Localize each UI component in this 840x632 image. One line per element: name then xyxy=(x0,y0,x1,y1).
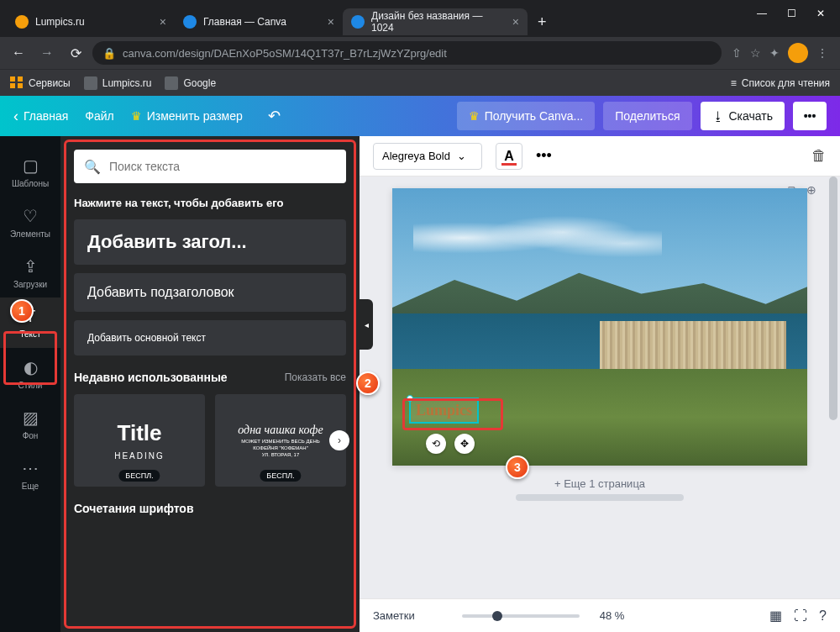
bookmark-google[interactable]: Google xyxy=(165,76,216,90)
styles-icon: ◐ xyxy=(24,357,38,377)
extension-icon[interactable]: ✦ xyxy=(769,46,780,60)
scrollbar-thumb[interactable] xyxy=(829,176,837,420)
background-icon: ▨ xyxy=(23,408,39,428)
instruction-text: Нажмите на текст, чтобы добавить его xyxy=(74,197,346,209)
tab-canva-design[interactable]: Дизайн без названия — 1024 × xyxy=(343,8,528,35)
toolbar-more-button[interactable]: ••• xyxy=(536,147,552,165)
rotate-handle[interactable]: ⟲ xyxy=(426,434,446,454)
vertical-scrollbar[interactable] xyxy=(827,176,840,583)
bookmark-lumpics[interactable]: Lumpics.ru xyxy=(84,76,152,90)
tab-title: Дизайн без названия — 1024 xyxy=(371,10,506,34)
resize-menu[interactable]: ♛Изменить размер xyxy=(131,109,243,123)
new-tab-button[interactable]: + xyxy=(528,13,557,31)
lock-icon: 🔒 xyxy=(102,47,116,60)
recent-title: Недавно использованные xyxy=(74,371,228,384)
horizontal-scrollbar[interactable] xyxy=(516,494,684,501)
move-handle[interactable]: ✥ xyxy=(454,434,475,454)
sidebar-background[interactable]: ▨Фон xyxy=(0,398,60,449)
notes-button[interactable]: Заметки xyxy=(373,609,415,622)
design-canvas[interactable]: Lumpics ⟲ ✥ xyxy=(392,188,807,466)
download-icon: ⭳ xyxy=(712,109,724,123)
sidebar-styles[interactable]: ◐Стили xyxy=(0,348,60,398)
bottom-bar: Заметки 48 % ▦ ⛶ ? xyxy=(360,598,840,632)
reading-list[interactable]: ≡ Список для чтения xyxy=(731,77,830,89)
delete-button[interactable]: 🗑 xyxy=(811,147,827,165)
zoom-slider[interactable] xyxy=(462,614,580,618)
fullscreen-icon[interactable]: ⛶ xyxy=(794,608,807,624)
add-page-icon[interactable]: ⊕ xyxy=(806,183,816,198)
add-page-button[interactable]: + Еще 1 страница xyxy=(554,477,645,490)
text-color-button[interactable]: A xyxy=(496,143,522,170)
add-body-button[interactable]: Добавить основной текст xyxy=(74,320,346,356)
sidebar-templates[interactable]: ▢Шаблоны xyxy=(0,146,60,197)
text-template-2[interactable]: одна чашка кофе МОЖЕТ ИЗМЕНИТЬ ВЕСЬ ДЕНЬ… xyxy=(215,394,346,487)
background-image xyxy=(392,188,807,466)
share-button[interactable]: Поделиться xyxy=(603,102,691,130)
tab-title: Lumpics.ru xyxy=(35,16,85,28)
forward-button[interactable]: → xyxy=(35,41,59,65)
url-input[interactable]: 🔒 canva.com/design/DAEnXoP5oSM/14Q1T37r_… xyxy=(92,41,722,65)
home-link[interactable]: ‹Главная xyxy=(13,108,68,125)
bookmark-icon[interactable]: ☆ xyxy=(750,46,761,60)
templates-icon: ▢ xyxy=(23,155,39,176)
tab-favicon xyxy=(183,15,197,29)
sidebar-more[interactable]: ⋯Еще xyxy=(0,449,60,499)
tab-title: Главная — Canva xyxy=(203,16,286,28)
zoom-percent: 48 % xyxy=(600,609,625,622)
bookmarks-bar: Сервисы Lumpics.ru Google ≡ Список для ч… xyxy=(0,69,840,96)
reload-button[interactable]: ⟳ xyxy=(64,41,87,65)
url-text: canva.com/design/DAEnXoP5oSM/14Q1T37r_B7… xyxy=(123,47,447,60)
profile-avatar[interactable] xyxy=(788,43,808,63)
annotation-callout-2: 2 xyxy=(356,371,380,395)
free-badge: БЕСПЛ. xyxy=(118,470,160,482)
templates-next-button[interactable]: › xyxy=(329,430,349,450)
window-close[interactable]: ✕ xyxy=(816,8,825,19)
tab-lumpics[interactable]: Lumpics.ru × xyxy=(7,8,175,35)
window-maximize[interactable]: ☐ xyxy=(787,8,796,19)
combinations-title: Сочетания шрифтов xyxy=(74,502,194,515)
canva-header: ‹Главная Файл ♛Изменить размер ↶ ♛Получи… xyxy=(0,96,840,136)
back-button[interactable]: ← xyxy=(7,41,30,65)
file-menu[interactable]: Файл xyxy=(85,109,113,123)
show-all-link[interactable]: Показать все xyxy=(285,371,346,383)
chevron-left-icon: ‹ xyxy=(13,108,18,125)
tab-close-icon[interactable]: × xyxy=(160,15,166,29)
menu-icon[interactable]: ⋮ xyxy=(816,46,828,60)
search-text-input[interactable]: 🔍 xyxy=(74,150,346,183)
text-content[interactable]: Lumpics xyxy=(416,402,472,419)
undo-button[interactable]: ↶ xyxy=(268,107,281,125)
canvas-toolbar: Alegreya Bold ⌄ A ••• 🗑 xyxy=(360,136,840,176)
sidebar-elements[interactable]: ♡Элементы xyxy=(0,197,60,247)
text-panel: 🔍 Нажмите на текст, чтобы добавить его Д… xyxy=(60,136,360,632)
font-selector[interactable]: Alegreya Bold ⌄ xyxy=(373,143,482,170)
tab-favicon xyxy=(351,15,365,29)
sidebar-uploads[interactable]: ⇪Загрузки xyxy=(0,247,60,298)
folder-icon xyxy=(165,76,178,90)
template-subtitle: HEADING xyxy=(114,451,165,461)
free-badge: БЕСПЛ. xyxy=(260,470,301,482)
template-title: Title xyxy=(118,420,162,446)
tab-close-icon[interactable]: × xyxy=(512,15,519,29)
tab-canva-home[interactable]: Главная — Canva × xyxy=(175,8,343,35)
text-template-1[interactable]: Title HEADING БЕСПЛ. xyxy=(74,394,205,487)
panel-collapse-handle[interactable]: ◂ xyxy=(360,299,373,350)
crown-icon: ♛ xyxy=(469,109,480,123)
text-element-selected[interactable]: Lumpics xyxy=(409,398,479,424)
color-indicator xyxy=(501,163,517,166)
download-button[interactable]: ⭳Скачать xyxy=(701,102,785,130)
tab-close-icon[interactable]: × xyxy=(328,15,334,29)
share-icon[interactable]: ⇧ xyxy=(732,46,742,60)
grid-view-icon[interactable]: ▦ xyxy=(769,608,782,624)
zoom-thumb[interactable] xyxy=(492,611,502,621)
selection-handle[interactable] xyxy=(407,395,413,402)
search-icon: 🔍 xyxy=(84,159,101,175)
get-pro-button[interactable]: ♛Получить Canva... xyxy=(457,102,596,130)
search-field[interactable] xyxy=(109,160,336,173)
add-subheading-button[interactable]: Добавить подзаголовок xyxy=(74,273,346,312)
window-minimize[interactable]: — xyxy=(757,8,767,19)
help-icon[interactable]: ? xyxy=(819,608,827,624)
more-button[interactable]: ••• xyxy=(793,102,827,130)
add-heading-button[interactable]: Добавить загол... xyxy=(74,219,346,265)
more-icon: ⋯ xyxy=(22,458,39,478)
bookmark-services[interactable]: Сервисы xyxy=(10,76,71,90)
